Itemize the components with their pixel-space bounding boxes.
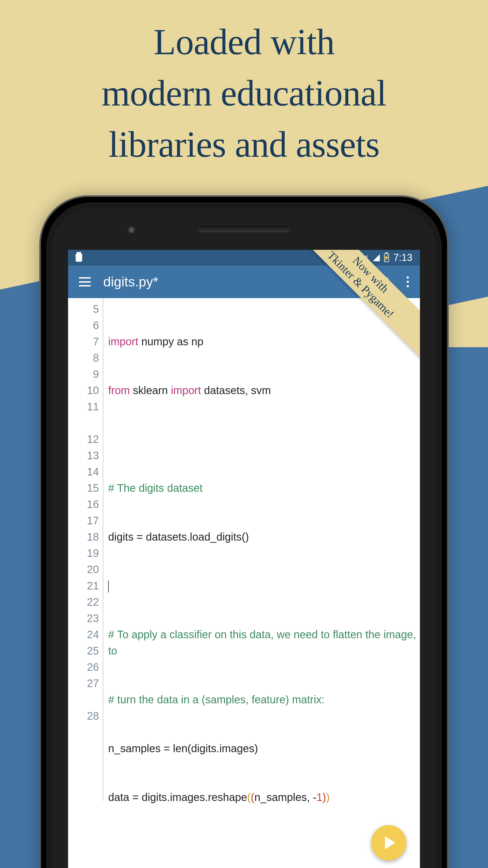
code-line-11: # To apply a classifier on this data, we… (108, 626, 420, 659)
line-number: 5 (68, 301, 99, 317)
line-number: 27 (68, 675, 99, 708)
menu-button[interactable] (79, 277, 91, 286)
code-line-8: # The digits dataset (108, 480, 420, 496)
code-line-5: import numpy as np (108, 333, 420, 350)
more-button[interactable] (401, 276, 415, 287)
line-number-gutter: 5678910111213141516171819202122232425262… (68, 298, 103, 801)
code-editor[interactable]: 5678910111213141516171819202122232425262… (68, 298, 420, 801)
battery-bolt-icon: ⚡ (383, 254, 390, 261)
more-vert-icon (407, 276, 409, 287)
code-line-9: digits = datasets.load_digits() (108, 529, 420, 545)
line-number: 10 (68, 382, 99, 399)
phone-screen: LTE ⚡ 7:13 digits.py* (68, 250, 420, 868)
code-line-12: # turn the data in a (samples, feature) … (108, 691, 420, 708)
line-number: 18 (68, 529, 99, 545)
code-line-14: data = digits.images.reshape((n_samples,… (108, 789, 420, 805)
battery-icon: ⚡ (384, 253, 389, 262)
line-number: 22 (68, 594, 99, 610)
line-number: 6 (68, 317, 99, 333)
line-number: 15 (68, 480, 99, 496)
code-line-7 (108, 431, 420, 447)
headline-line-1: Loaded with (154, 22, 334, 62)
signal-icon (373, 254, 380, 261)
code-line-13: n_samples = len(digits.images) (108, 740, 420, 756)
file-title: digits.py* (103, 274, 371, 290)
line-number: 14 (68, 464, 99, 480)
line-number: 11 (68, 399, 99, 431)
line-number: 8 (68, 350, 99, 366)
sd-card-icon (76, 254, 82, 262)
text-cursor (108, 581, 109, 592)
speaker-grille (198, 225, 290, 232)
play-icon (385, 836, 395, 849)
promo-headline: Loaded with modern educational libraries… (0, 16, 488, 170)
code-line-6: from sklearn import datasets, svm (108, 382, 420, 399)
line-number: 17 (68, 513, 99, 529)
line-number: 25 (68, 643, 99, 659)
line-number: 21 (68, 578, 99, 594)
code-area[interactable]: import numpy as np from sklearn import d… (103, 298, 420, 801)
line-number: 7 (68, 333, 99, 350)
line-number: 23 (68, 610, 99, 626)
line-number: 16 (68, 496, 99, 513)
headline-line-3: libraries and assets (108, 124, 380, 165)
phone-inner: LTE ⚡ 7:13 digits.py* (46, 203, 442, 868)
camera-icon (128, 226, 135, 234)
line-number: 9 (68, 366, 99, 382)
clock-text: 7:13 (393, 252, 412, 264)
phone-frame: LTE ⚡ 7:13 digits.py* (39, 195, 449, 868)
line-number: 12 (68, 431, 99, 447)
line-number: 28 (68, 708, 99, 724)
headline-line-2: modern educational (102, 73, 386, 113)
line-number: 26 (68, 659, 99, 675)
phone-front: LTE ⚡ 7:13 digits.py* (52, 208, 436, 868)
line-number: 20 (68, 561, 99, 578)
code-line-10 (108, 578, 420, 594)
line-number: 19 (68, 545, 99, 561)
run-button[interactable] (371, 825, 406, 860)
line-number: 24 (68, 626, 99, 643)
line-number: 13 (68, 447, 99, 464)
